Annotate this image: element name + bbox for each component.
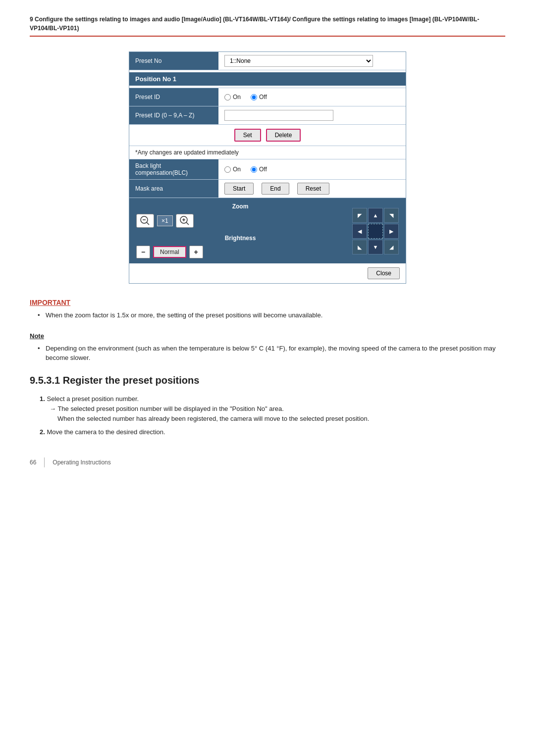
- step-1-sub-1: → The selected preset position number wi…: [50, 404, 505, 414]
- zoom-out-button[interactable]: [136, 214, 154, 228]
- step-2: 2. Move the camera to the desired direct…: [40, 427, 505, 438]
- note-text: Depending on the environment (such as wh…: [46, 344, 505, 363]
- position-no-row: Position No 1: [129, 70, 406, 88]
- brightness-normal-label: Normal: [153, 246, 186, 258]
- preset-id-off-label[interactable]: Off: [251, 94, 267, 101]
- back-light-off-radio[interactable]: [251, 166, 257, 173]
- step-1: 1. Select a preset position number. → Th…: [40, 394, 505, 424]
- note-bullet-icon: •: [38, 344, 42, 353]
- preset-no-value: 1::None: [218, 52, 406, 70]
- nav-downright-button[interactable]: ◢: [384, 240, 399, 254]
- close-row: Close: [129, 263, 406, 283]
- svg-line-2: [147, 222, 149, 225]
- brightness-title: Brightness: [136, 235, 344, 242]
- notice-row: *Any changes are updated immediately: [129, 146, 406, 159]
- preset-no-select[interactable]: 1::None: [224, 55, 373, 67]
- nav-right-button[interactable]: ▶: [384, 224, 399, 239]
- delete-button[interactable]: Delete: [266, 129, 301, 142]
- footer-label: Operating Instructions: [53, 459, 110, 466]
- footer: 66 Operating Instructions: [30, 457, 505, 467]
- preset-id-value: On Off: [218, 91, 406, 103]
- mask-area-value: Start End Reset: [218, 180, 406, 198]
- back-light-value: On Off: [218, 163, 406, 176]
- important-item: • When the zoom factor is 1.5x or more, …: [38, 310, 505, 320]
- reset-button[interactable]: Reset: [297, 183, 329, 195]
- important-section: IMPORTANT • When the zoom factor is 1.5x…: [30, 299, 505, 320]
- nav-pad: ◤ ▲ ◥ ◀ ▶ ◣ ▼ ◢: [352, 208, 399, 254]
- nav-pad-container: ◤ ▲ ◥ ◀ ▶ ◣ ▼ ◢: [352, 208, 399, 254]
- svg-line-6: [186, 222, 189, 225]
- preset-id-off-radio[interactable]: [251, 94, 257, 101]
- preset-no-label: Preset No: [129, 52, 218, 70]
- footer-page: 66: [30, 459, 36, 466]
- step-1-sub-2: When the selected number has already bee…: [57, 414, 505, 424]
- section-heading: 9.5.3.1 Register the preset positions: [30, 375, 505, 386]
- preset-id-on-label[interactable]: On: [224, 94, 241, 101]
- back-light-label: Back light compensation(BLC): [129, 159, 218, 179]
- nav-down-button[interactable]: ▼: [368, 240, 383, 254]
- step-2-number: 2.: [40, 428, 45, 436]
- note-section: Note • Depending on the environment (suc…: [30, 332, 505, 363]
- preset-id-input-row: Preset ID (0 – 9,A – Z): [129, 106, 406, 125]
- end-button[interactable]: End: [262, 183, 289, 195]
- note-title: Note: [30, 332, 505, 340]
- back-light-on-label[interactable]: On: [224, 166, 241, 173]
- zoom-in-button[interactable]: [176, 214, 194, 228]
- preset-id-text-input[interactable]: [224, 110, 333, 121]
- nav-left-button[interactable]: ◀: [352, 224, 367, 239]
- page-header: 9 Configure the settings relating to ima…: [30, 15, 505, 37]
- zoom-level: ×1: [157, 215, 173, 226]
- nav-up-button[interactable]: ▲: [368, 208, 383, 223]
- note-item: • Depending on the environment (such as …: [38, 344, 505, 363]
- bullet-icon: •: [38, 310, 42, 320]
- header-text: 9 Configure the settings relating to ima…: [30, 16, 479, 32]
- back-light-on-radio[interactable]: [224, 166, 231, 173]
- brightness-plus-button[interactable]: +: [189, 246, 203, 258]
- zoom-brightness-section: Zoom ×1: [129, 198, 406, 263]
- nav-downleft-button[interactable]: ◣: [352, 240, 367, 254]
- back-light-on-text: On: [233, 166, 241, 173]
- brightness-controls: − Normal +: [136, 246, 344, 258]
- settings-panel: Preset No 1::None Position No 1 Preset I…: [129, 51, 406, 284]
- back-light-off-label[interactable]: Off: [251, 166, 267, 173]
- preset-id-on-text: On: [233, 94, 241, 101]
- nav-upright-button[interactable]: ◥: [384, 208, 399, 223]
- brightness-minus-button[interactable]: −: [136, 246, 150, 258]
- mask-area-row: Mask area Start End Reset: [129, 180, 406, 198]
- position-no-label: Position No 1: [129, 72, 406, 86]
- mask-area-label: Mask area: [129, 180, 218, 198]
- set-delete-row: Set Delete: [129, 125, 406, 146]
- important-title: IMPORTANT: [30, 299, 505, 306]
- step-2-text: Move the camera to the desired direction…: [47, 428, 165, 436]
- nav-upleft-button[interactable]: ◤: [352, 208, 367, 223]
- step-1-number: 1.: [40, 395, 45, 403]
- zoom-controls: ×1: [136, 214, 344, 228]
- preset-id-label: Preset ID: [129, 88, 218, 106]
- zoom-title: Zoom: [136, 203, 344, 210]
- back-light-off-text: Off: [259, 166, 267, 173]
- footer-divider: [44, 457, 45, 467]
- preset-id-on-radio[interactable]: [224, 94, 231, 101]
- preset-id-input-value: [218, 107, 406, 124]
- steps-list: 1. Select a preset position number. → Th…: [40, 394, 505, 438]
- set-button[interactable]: Set: [234, 129, 261, 142]
- step-1-text: Select a preset position number.: [47, 395, 139, 403]
- start-button[interactable]: Start: [224, 183, 254, 195]
- preset-id-row: Preset ID On Off: [129, 88, 406, 106]
- close-button[interactable]: Close: [368, 267, 400, 279]
- preset-id-input-label: Preset ID (0 – 9,A – Z): [129, 106, 218, 124]
- nav-center-button[interactable]: [368, 224, 383, 239]
- back-light-row: Back light compensation(BLC) On Off: [129, 159, 406, 180]
- preset-id-off-text: Off: [259, 94, 267, 101]
- back-light-radio-group: On Off: [224, 166, 267, 173]
- preset-no-row: Preset No 1::None: [129, 52, 406, 70]
- important-text: When the zoom factor is 1.5x or more, th…: [46, 310, 322, 320]
- preset-id-radio-group: On Off: [224, 94, 267, 101]
- notice-text: *Any changes are updated immediately: [135, 149, 239, 156]
